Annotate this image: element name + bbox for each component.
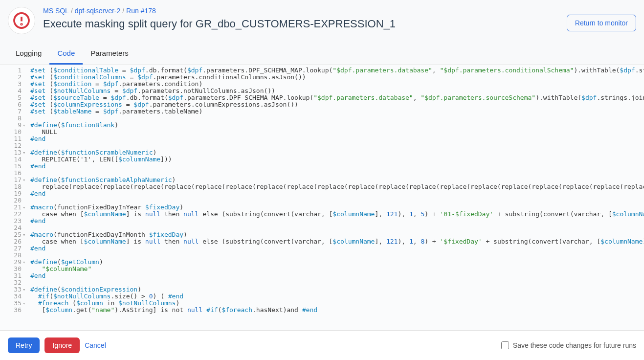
breadcrumb-mssql[interactable]: MS SQL (43, 7, 69, 15)
cancel-button[interactable]: Cancel (85, 341, 106, 349)
tabs: Logging Code Parameters (0, 43, 644, 65)
retry-button[interactable]: Retry (8, 338, 40, 353)
breadcrumb-server[interactable]: dpf-sqlserver-2 (75, 7, 120, 15)
save-changes-text: Save these code changes for future runs (513, 341, 636, 349)
save-changes-checkbox-label[interactable]: Save these code changes for future runs (501, 341, 636, 349)
page-title: Execute masking split query for GR_dbo_C… (43, 18, 559, 30)
return-to-monitor-button[interactable]: Return to monitor (567, 15, 636, 31)
breadcrumb-run[interactable]: Run #178 (126, 7, 156, 15)
code-editor[interactable]: 1234567891011121314151617181920212223242… (0, 65, 644, 330)
breadcrumb: MS SQL/dpf-sqlserver-2/Run #178 (43, 7, 559, 15)
ignore-button[interactable]: Ignore (44, 338, 80, 353)
tab-code[interactable]: Code (49, 43, 83, 65)
status-error-icon (8, 7, 35, 34)
line-number-gutter: 1234567891011121314151617181920212223242… (0, 65, 24, 330)
tab-logging[interactable]: Logging (8, 43, 49, 65)
code-content[interactable]: #set ($conditionalTable = $dpf.db.format… (24, 65, 644, 330)
save-changes-checkbox[interactable] (501, 341, 509, 349)
tab-parameters[interactable]: Parameters (83, 43, 136, 65)
svg-point-2 (21, 24, 22, 25)
